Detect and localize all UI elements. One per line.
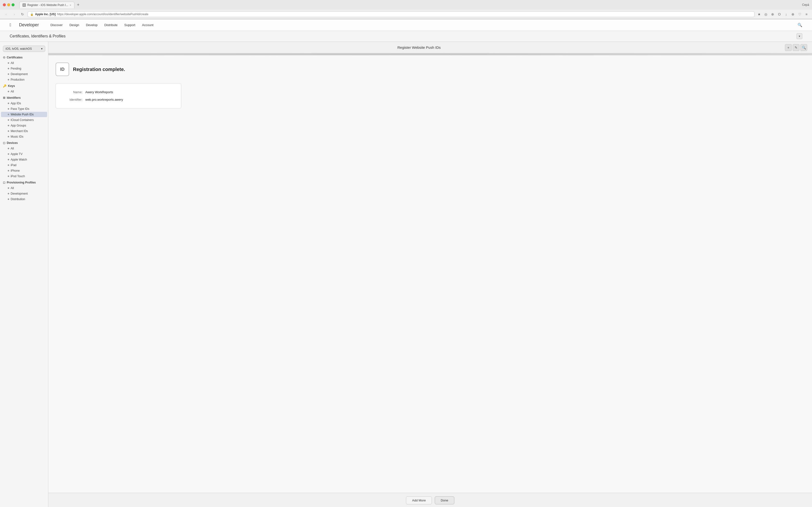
nav-account[interactable]: Account (142, 23, 153, 27)
info-row-name: Name: Awery WorkReports (63, 89, 174, 96)
name-value: Awery WorkReports (85, 90, 113, 94)
browser-tab-active[interactable]: ID Register - iOS Website Push I... × (19, 2, 74, 8)
close-window-button[interactable] (3, 3, 6, 6)
traffic-lights (3, 3, 14, 6)
dot-icon (8, 148, 9, 149)
add-icon[interactable]: ⊕ (790, 12, 796, 17)
add-more-button[interactable]: Add More (406, 496, 432, 504)
devices-label: Devices (7, 141, 18, 145)
dot-icon (8, 153, 9, 155)
icloud-containers-label: iCloud Containers (11, 118, 34, 122)
address-bar[interactable]: 🔒 Apple Inc. [US] https://developer.appl… (28, 11, 755, 17)
sidebar-section-identifiers: ⊞ Identifiers App IDs Pass Type IDs Webs… (0, 95, 48, 139)
platform-selector[interactable]: iOS, tvOS, watchOS ▾ (3, 46, 45, 52)
maximize-window-button[interactable] (12, 3, 14, 6)
done-button[interactable]: Done (435, 496, 454, 504)
tab-title: Register - iOS Website Push I... (27, 3, 68, 7)
keys-label: Keys (8, 84, 15, 88)
extensions-icon[interactable]: ⊕ (770, 12, 775, 17)
provisioning-header: ◻ Provisioning Profiles (0, 180, 48, 185)
website-push-ids-label: Website Push IDs (11, 113, 34, 116)
dot-icon (8, 170, 9, 171)
sidebar-item-website-push-ids[interactable]: Website Push IDs (1, 112, 47, 117)
nav-design[interactable]: Design (69, 23, 79, 27)
dot-icon (8, 125, 9, 126)
nav-discover[interactable]: Discover (51, 23, 63, 27)
sidebar-item-prov-all[interactable]: All (1, 185, 47, 191)
browser-toolbar-icons: ★ ◎ ⊕ O ↓ ⊕ ♡ ≡ (756, 12, 809, 17)
dot-icon (8, 136, 9, 137)
sidebar-item-cert-development[interactable]: Development (1, 71, 47, 77)
team-name: ▾ (799, 35, 800, 38)
sidebar: iOS, tvOS, watchOS ▾ ⊙ Certificates All … (0, 42, 48, 507)
url-text: https://developer.apple.com/account/ios/… (57, 12, 148, 16)
team-dropdown[interactable]: ▾ (797, 33, 802, 39)
sidebar-item-prov-development[interactable]: Development (1, 191, 47, 196)
developer-label: Developer (19, 22, 39, 27)
merchant-ids-label: Merchant IDs (11, 129, 28, 133)
sidebar-item-ipad[interactable]: iPad (1, 163, 47, 168)
sidebar-item-pass-type-ids[interactable]: Pass Type IDs (1, 106, 47, 112)
cert-header-title: Certificates, Identifiers & Profiles (10, 34, 65, 38)
dot-icon (8, 62, 9, 64)
heart-icon[interactable]: ♡ (797, 12, 802, 17)
id-icon: ID (56, 62, 69, 76)
dot-icon (8, 199, 9, 200)
cert-header-bar: Certificates, Identifiers & Profiles ▾ (0, 31, 812, 42)
forward-button[interactable]: › (11, 11, 17, 17)
search-icon[interactable]: 🔍 (798, 23, 802, 27)
sidebar-item-app-ids[interactable]: App IDs (1, 101, 47, 106)
identifier-label: Identifier: (63, 98, 83, 101)
refresh-button[interactable]: ↻ (19, 11, 26, 17)
iphone-label: iPhone (11, 169, 19, 172)
sidebar-item-prov-distribution[interactable]: Distribution (1, 196, 47, 202)
certificates-header: ⊙ Certificates (0, 55, 48, 60)
sidebar-item-cert-all[interactable]: All (1, 60, 47, 66)
nav-develop[interactable]: Develop (86, 23, 98, 27)
new-tab-button[interactable]: + (75, 1, 82, 8)
sidebar-item-apple-watch[interactable]: Apple Watch (1, 157, 47, 162)
tab-bar: ID Register - iOS Website Push I... × + (16, 1, 85, 8)
sidebar-item-app-groups[interactable]: App Groups (1, 123, 47, 128)
search-button[interactable]: 🔍 (800, 44, 807, 51)
edit-button[interactable]: ✎ (793, 44, 800, 51)
sidebar-item-cert-production[interactable]: Production (1, 77, 47, 82)
reader-icon[interactable]: ◎ (763, 12, 768, 17)
content-area: Register Website Push IDs + ✎ 🔍 ID Regis… (48, 42, 812, 507)
content-toolbar: + ✎ 🔍 (785, 44, 807, 51)
sidebar-item-merchant-ids[interactable]: Merchant IDs (1, 128, 47, 134)
sidebar-item-music-ids[interactable]: Music IDs (1, 134, 47, 139)
dot-icon (8, 159, 9, 160)
sidebar-item-keys-all[interactable]: All (1, 89, 47, 94)
dot-icon (8, 187, 9, 189)
menu-icon[interactable]: ≡ (804, 12, 809, 17)
cert-development-label: Development (11, 72, 28, 76)
bookmark-icon[interactable]: ★ (756, 12, 762, 17)
sidebar-item-iphone[interactable]: iPhone (1, 168, 47, 173)
certificates-icon: ⊙ (3, 56, 5, 59)
registration-title: Registration complete. (73, 67, 125, 72)
sidebar-item-cert-pending[interactable]: Pending (1, 66, 47, 71)
certificates-label: Certificates (7, 56, 22, 59)
sidebar-section-certificates: ⊙ Certificates All Pending Development P… (0, 55, 48, 82)
sidebar-item-icloud-containers[interactable]: iCloud Containers (1, 117, 47, 123)
apple-logo-icon:  (10, 22, 11, 27)
ipad-label: iPad (11, 163, 16, 167)
nav-support[interactable]: Support (124, 23, 135, 27)
dot-icon (8, 103, 9, 104)
add-button[interactable]: + (785, 44, 792, 51)
download-icon[interactable]: ↓ (783, 12, 789, 17)
identifiers-icon: ⊞ (3, 96, 5, 100)
ipod-touch-label: iPod Touch (11, 175, 25, 178)
tab-close-button[interactable]: × (69, 4, 71, 6)
apple-tv-label: Apple TV (11, 152, 22, 156)
minimize-window-button[interactable] (7, 3, 10, 6)
sidebar-item-ipod-touch[interactable]: iPod Touch (1, 174, 47, 179)
sidebar-item-dev-all[interactable]: All (1, 146, 47, 151)
developer-nav: Discover Design Develop Distribute Suppo… (51, 23, 153, 27)
back-button[interactable]: ‹ (3, 11, 9, 17)
sidebar-item-apple-tv[interactable]: Apple TV (1, 151, 47, 157)
nav-distribute[interactable]: Distribute (104, 23, 117, 27)
opera-icon[interactable]: O (777, 12, 782, 17)
identifiers-label: Identifiers (7, 96, 20, 100)
